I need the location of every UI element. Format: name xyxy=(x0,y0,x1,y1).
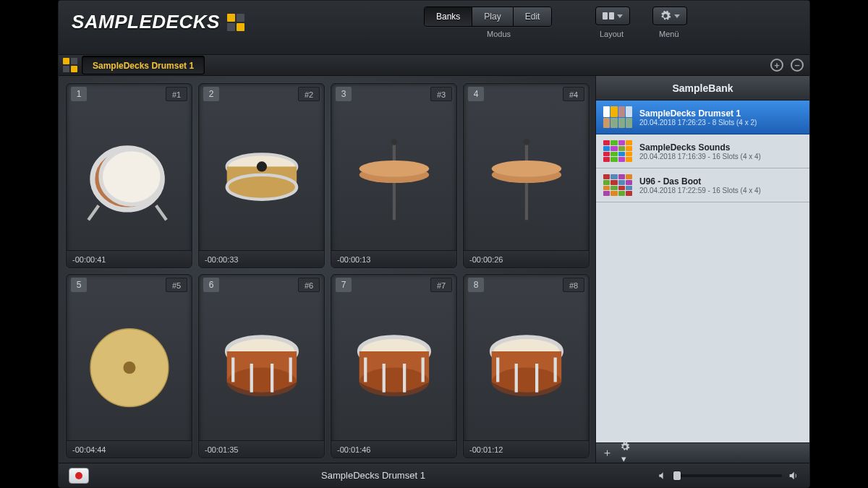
layout-label: Layout xyxy=(600,30,624,38)
pad-time: -00:00:41 xyxy=(67,250,192,267)
speaker-high-icon xyxy=(788,470,799,481)
remove-bank-button[interactable] xyxy=(789,57,805,73)
samplebank-item[interactable]: U96 - Das Boot 20.04.2018 17:22:59 - 16 … xyxy=(596,168,809,202)
layout-button[interactable] xyxy=(595,7,630,25)
add-bank-button[interactable] xyxy=(769,57,785,73)
sidebar-settings-button[interactable]: ▾ xyxy=(620,442,630,464)
chevron-down-icon xyxy=(674,14,680,18)
pad-5[interactable]: 5 #5 -00:04:44 xyxy=(66,274,192,459)
pad-7[interactable]: 7 #7 -00:01:46 xyxy=(331,274,457,459)
svg-point-11 xyxy=(391,139,397,145)
mode-tabs-label: Modus xyxy=(487,30,511,38)
pad-time: -00:00:33 xyxy=(199,250,324,267)
tab-play[interactable]: Play xyxy=(472,7,513,26)
pad-index: 3 xyxy=(336,87,352,101)
pad-header: 2 #2 xyxy=(199,84,324,104)
pad-time: -00:00:26 xyxy=(464,250,589,267)
pad-header: 3 #3 xyxy=(331,84,456,104)
gear-icon xyxy=(620,442,630,452)
svg-point-32 xyxy=(491,367,561,396)
bank-thumbnail xyxy=(603,106,632,128)
sidebar-footer: ＋ ▾ xyxy=(596,442,809,463)
svg-point-7 xyxy=(256,161,266,171)
svg-point-14 xyxy=(491,160,561,177)
pad-header: 6 #6 xyxy=(199,275,324,295)
gear-icon xyxy=(660,10,671,22)
pad-time: -00:04:44 xyxy=(67,440,192,458)
pad-header: 1 #1 xyxy=(67,84,192,104)
pad-header: 4 #4 xyxy=(464,84,589,104)
pad-header: 7 #7 xyxy=(331,275,456,295)
bank-thumbnail xyxy=(603,174,632,196)
menu-label: Menü xyxy=(659,30,679,38)
pad-index: 7 xyxy=(336,278,352,292)
header: SAMPLEDECKS Banks Play Edit Modus Layout… xyxy=(59,1,809,54)
bank-thumbnail xyxy=(603,140,632,162)
bank-tab-bar: SampleDecks Drumset 1 xyxy=(59,54,809,76)
minus-circle-icon xyxy=(791,59,804,72)
layout-icon xyxy=(603,12,614,20)
pad-channel: #8 xyxy=(563,278,584,292)
pad-8[interactable]: 8 #8 -00:01:12 xyxy=(463,274,590,459)
svg-line-3 xyxy=(156,205,166,220)
speaker-low-icon xyxy=(658,471,668,481)
bank-name: SampleDecks Sounds xyxy=(639,142,761,153)
pad-1[interactable]: 1 #1 -00:00:41 xyxy=(66,83,192,268)
pad-3[interactable]: 3 #3 -00:00:13 xyxy=(331,83,457,268)
pad-channel: #3 xyxy=(430,87,452,101)
pad-image xyxy=(67,104,192,250)
svg-point-18 xyxy=(123,361,135,374)
pad-time: -00:00:13 xyxy=(331,250,456,267)
sidebar-title: SampleBank xyxy=(596,76,809,100)
volume-slider[interactable] xyxy=(673,474,782,477)
pad-4[interactable]: 4 #4 -00:00:26 xyxy=(463,83,590,268)
menu-button[interactable] xyxy=(652,7,687,25)
pad-2[interactable]: 2 #2 -00:00:33 xyxy=(198,83,325,268)
plus-circle-icon xyxy=(770,59,783,72)
pad-header: 8 #8 xyxy=(464,275,589,295)
record-button[interactable] xyxy=(69,468,89,484)
bank-tab[interactable]: SampleDecks Drumset 1 xyxy=(82,56,205,74)
pad-channel: #5 xyxy=(166,278,187,292)
pad-image xyxy=(199,104,324,250)
bank-meta: 20.04.2018 17:16:39 - 16 Slots (4 x 4) xyxy=(639,153,761,160)
volume-control xyxy=(658,470,799,481)
logo-icon xyxy=(227,14,244,31)
now-playing-title: SampleDecks Drumset 1 xyxy=(89,470,658,481)
samplebank-item[interactable]: SampleDecks Sounds 20.04.2018 17:16:39 -… xyxy=(596,134,809,168)
pad-channel: #1 xyxy=(166,87,187,101)
samplebank-sidebar: SampleBank SampleDecks Drumset 1 20.04.2… xyxy=(595,76,809,463)
pad-index: 8 xyxy=(468,278,484,292)
sidebar-add-button[interactable]: ＋ xyxy=(602,446,613,460)
pad-image xyxy=(199,295,324,441)
bottom-bar: SampleDecks Drumset 1 xyxy=(59,463,809,487)
app-logo: SAMPLEDECKS xyxy=(72,11,244,33)
pad-image xyxy=(67,295,192,441)
pad-index: 2 xyxy=(203,87,219,101)
main-area: 1 #1 -00:00:41 2 #2 -00:00:33 3 #3 -00:0… xyxy=(59,76,809,463)
samplebank-item[interactable]: SampleDecks Drumset 1 20.04.2018 17:26:2… xyxy=(596,100,809,134)
svg-point-1 xyxy=(101,149,162,205)
pad-index: 1 xyxy=(71,87,87,101)
pad-time: -00:01:12 xyxy=(464,440,589,458)
pad-channel: #2 xyxy=(298,87,320,101)
bank-icon xyxy=(63,58,77,72)
svg-line-2 xyxy=(88,205,98,220)
bank-meta: 20.04.2018 17:26:23 - 8 Slots (4 x 2) xyxy=(639,119,757,127)
tab-banks[interactable]: Banks xyxy=(425,7,472,26)
svg-point-15 xyxy=(523,139,529,145)
pad-header: 5 #5 xyxy=(67,275,192,295)
pad-index: 4 xyxy=(468,87,484,101)
samplebank-list: SampleDecks Drumset 1 20.04.2018 17:26:2… xyxy=(596,100,809,442)
pad-image xyxy=(464,295,589,441)
pad-image xyxy=(331,104,456,250)
chevron-down-icon xyxy=(617,14,623,18)
pad-time: -00:01:46 xyxy=(331,440,456,458)
pad-time: -00:01:35 xyxy=(199,440,324,458)
pad-6[interactable]: 6 #6 -00:01:35 xyxy=(198,274,325,459)
bank-name: U96 - Das Boot xyxy=(639,176,761,187)
pad-image xyxy=(331,295,456,441)
record-icon xyxy=(75,472,82,479)
pad-index: 5 xyxy=(71,278,87,292)
tab-edit[interactable]: Edit xyxy=(514,7,552,26)
